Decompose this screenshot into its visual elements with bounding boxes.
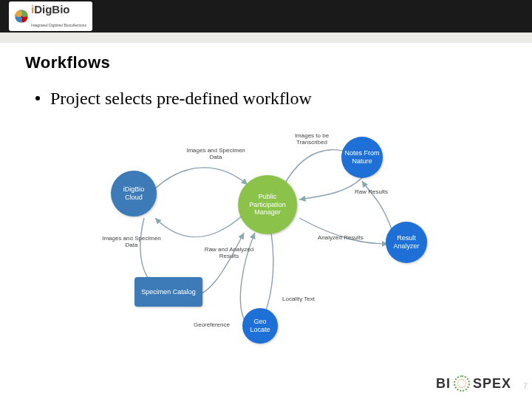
biospex-logo: BI SPEX bbox=[436, 375, 511, 392]
logo-subtext: Integrated Digitized Biocollections bbox=[31, 23, 86, 27]
workflow-diagram: iDigBio Cloud Specimen Catalog Public Pa… bbox=[96, 122, 436, 344]
bullet-text: Project selects pre-defined workflow bbox=[50, 89, 312, 108]
slide-number: 7 bbox=[523, 381, 528, 390]
brand-text-b: SPEX bbox=[473, 376, 511, 392]
slide-content: Workflows Project selects pre-defined wo… bbox=[0, 43, 532, 399]
node-notes-from-nature: Notes From Nature bbox=[341, 137, 383, 178]
node-idigbio-cloud: iDigBio Cloud bbox=[111, 171, 157, 216]
logo-text: iiDigBioDigBio bbox=[31, 3, 70, 16]
brand-text-a: BI bbox=[436, 376, 451, 392]
edge-label: Images to be Transcribed bbox=[282, 132, 341, 146]
edge-label: Analyzed Results bbox=[318, 234, 364, 241]
edge-label: Raw Results bbox=[355, 188, 388, 195]
header-bar: iiDigBioDigBio Integrated Digitized Bioc… bbox=[0, 0, 532, 33]
slide-title: Workflows bbox=[25, 53, 507, 72]
node-geo-locate: Geo Locate bbox=[242, 308, 278, 344]
edge-label: Images and Specimen Data bbox=[186, 147, 245, 160]
bullet-item: Project selects pre-defined workflow bbox=[35, 89, 507, 109]
idigbio-logo: iiDigBioDigBio Integrated Digitized Bioc… bbox=[9, 1, 92, 31]
flower-icon bbox=[15, 10, 28, 23]
burst-icon bbox=[454, 375, 470, 392]
edge-label: Raw and Analyzed Results bbox=[200, 246, 259, 259]
node-public-participation-manager: Public Participation Manager bbox=[238, 175, 297, 234]
edge-label: Images and Specimen Data bbox=[102, 235, 161, 248]
node-result-analyzer: Result Analyzer bbox=[386, 222, 427, 263]
node-specimen-catalog: Specimen Catalog bbox=[134, 277, 202, 307]
sub-bar bbox=[0, 33, 532, 43]
edge-label: Locality Text bbox=[282, 296, 315, 302]
bullet-dot-icon bbox=[35, 96, 40, 100]
edge-label: Georeference bbox=[194, 321, 230, 328]
